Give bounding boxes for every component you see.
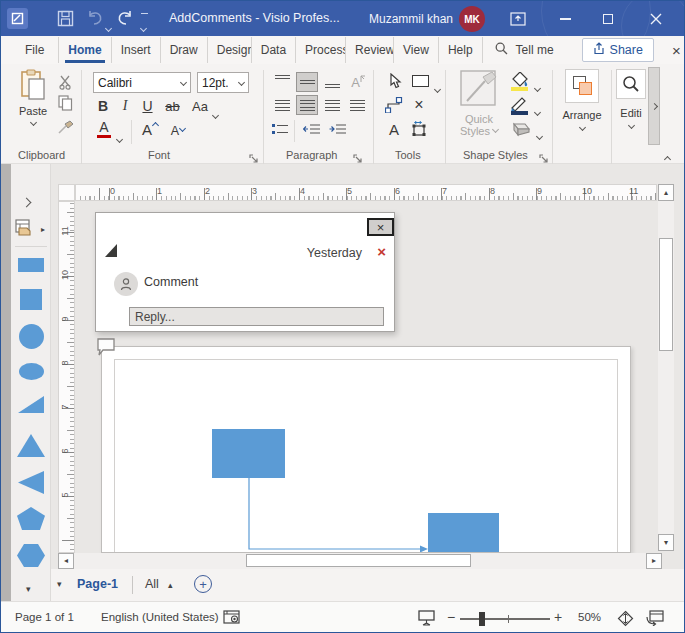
tab-draw[interactable]: Draw	[161, 37, 208, 63]
editing-button[interactable]: Editi	[614, 69, 648, 128]
close-window-button[interactable]	[641, 4, 671, 34]
expand-shapes-icon[interactable]	[23, 192, 30, 210]
font-size-combobox[interactable]: 12pt.	[197, 72, 249, 93]
stencil-hexagon[interactable]	[17, 544, 45, 567]
diagram-shape-1[interactable]	[212, 429, 285, 478]
tab-insert[interactable]: Insert	[112, 37, 161, 63]
zoom-slider[interactable]	[460, 618, 550, 620]
stencil-flyout-icon[interactable]: ▸	[41, 225, 45, 234]
paste-button[interactable]: Paste	[13, 69, 53, 125]
chevron-down-icon[interactable]	[537, 125, 542, 143]
format-painter-icon[interactable]	[55, 119, 75, 137]
font-family-combobox[interactable]: Calibri	[93, 72, 191, 93]
scroll-down-icon[interactable]: ▾	[658, 534, 674, 551]
chevron-down-icon[interactable]	[535, 101, 540, 119]
stencil-icon[interactable]	[15, 219, 37, 241]
stencil-triangle[interactable]	[17, 434, 45, 457]
stencil-left-triangle[interactable]	[18, 471, 44, 494]
pointer-tool-icon[interactable]	[385, 71, 405, 91]
tab-process[interactable]: Process	[296, 37, 346, 63]
align-right-button[interactable]	[321, 95, 343, 115]
copy-icon[interactable]	[55, 94, 75, 112]
align-left-button[interactable]	[271, 95, 293, 115]
fit-page-icon[interactable]	[617, 610, 634, 629]
page-list-icon[interactable]: ▾	[57, 579, 62, 589]
add-page-icon[interactable]: +	[194, 575, 212, 593]
text-direction-button[interactable]: A	[348, 72, 370, 92]
zoom-in-icon[interactable]: +	[554, 609, 562, 625]
presentation-mode-icon[interactable]	[418, 610, 435, 628]
ribbon-display-options-icon[interactable]	[503, 4, 533, 34]
delete-comment-icon[interactable]: ×	[377, 244, 386, 259]
ribbon-scroll-right-button[interactable]	[648, 67, 660, 145]
rectangle-tool-icon[interactable]	[409, 73, 431, 89]
line-color-icon[interactable]	[509, 95, 531, 115]
tab-help[interactable]: Help	[439, 37, 483, 63]
free-transform-icon[interactable]	[407, 119, 429, 139]
tab-data[interactable]: Data	[252, 37, 296, 63]
text-tool-icon[interactable]: A	[385, 119, 403, 139]
horizontal-scrollbar-thumb[interactable]	[246, 554, 471, 567]
stencil-right-triangle[interactable]	[18, 396, 44, 413]
stencil-square[interactable]	[20, 289, 42, 310]
chevron-down-icon[interactable]	[117, 128, 122, 146]
zoom-slider-thumb[interactable]	[479, 612, 485, 626]
justify-button[interactable]	[346, 95, 368, 115]
tab-review[interactable]: Review	[346, 37, 394, 63]
close-comment-icon[interactable]: ×	[367, 218, 394, 236]
align-center-button[interactable]	[296, 95, 318, 115]
maximize-button[interactable]	[593, 4, 623, 34]
chevron-down-icon[interactable]	[535, 77, 540, 95]
scroll-up-icon[interactable]: ▴	[658, 184, 674, 201]
align-bottom-button[interactable]	[321, 72, 343, 92]
grow-font-button[interactable]: A	[139, 118, 161, 140]
cut-icon[interactable]	[55, 73, 75, 91]
increase-indent-button[interactable]	[326, 119, 348, 139]
user-name[interactable]: Muzammil khan	[369, 12, 453, 26]
font-dialog-launcher-icon[interactable]	[249, 150, 259, 160]
connection-point-tool-icon[interactable]: ×	[409, 95, 429, 115]
strikethrough-button[interactable]: ab	[162, 96, 183, 116]
comment-indicator-icon[interactable]	[96, 337, 117, 362]
macro-recording-icon[interactable]	[223, 610, 240, 627]
page-tab-page1[interactable]: Page-1	[77, 577, 118, 591]
stencil-pentagon[interactable]	[17, 507, 45, 530]
chevron-down-icon[interactable]	[435, 78, 440, 96]
underline-button[interactable]: U	[139, 96, 156, 116]
shape-styles-dialog-launcher-icon[interactable]	[539, 150, 549, 160]
zoom-out-icon[interactable]: −	[447, 609, 455, 625]
drawing-page[interactable]	[101, 346, 631, 553]
zoom-level[interactable]: 50%	[578, 611, 601, 623]
shrink-font-button[interactable]: A	[167, 120, 189, 142]
close-pane-icon[interactable]: ×	[672, 42, 681, 59]
save-icon[interactable]	[57, 10, 74, 27]
italic-button[interactable]: I	[117, 96, 133, 116]
stencil-circle[interactable]	[19, 324, 44, 349]
reply-input[interactable]	[129, 307, 384, 326]
diagram-shape-2[interactable]	[428, 513, 499, 553]
scroll-shapes-down-icon[interactable]: ▾	[26, 584, 31, 594]
drawing-canvas[interactable]: 0 1 2 3 4 5 6 7 8 9 10 11 11 10 9 8 7 6 …	[51, 164, 685, 569]
shapes-window-edge[interactable]	[1, 164, 11, 601]
font-color-button[interactable]: A	[96, 119, 112, 139]
tell-me-box[interactable]: Tell me	[495, 41, 554, 59]
customize-quick-access-icon[interactable]	[141, 13, 148, 35]
stencil-rectangle[interactable]	[18, 258, 44, 272]
align-top-button[interactable]	[271, 72, 293, 92]
avatar[interactable]: MK	[459, 6, 485, 32]
connector-tool-icon[interactable]	[383, 95, 405, 115]
scroll-left-icon[interactable]: ◂	[58, 553, 74, 569]
tab-view[interactable]: View	[394, 37, 439, 63]
bold-button[interactable]: B	[94, 96, 112, 116]
redo-icon[interactable]	[116, 10, 134, 27]
effects-icon[interactable]	[507, 119, 533, 139]
switch-windows-icon[interactable]	[646, 610, 664, 628]
quick-styles-button[interactable]: Quick Styles	[453, 69, 505, 137]
vertical-scrollbar-thumb[interactable]	[659, 238, 673, 351]
undo-icon[interactable]	[86, 10, 104, 27]
bullets-button[interactable]	[269, 119, 291, 139]
fill-color-icon[interactable]	[509, 71, 531, 91]
stencil-ellipse[interactable]	[19, 363, 44, 380]
share-button[interactable]: Share	[582, 38, 654, 62]
minimize-button[interactable]	[550, 4, 580, 34]
